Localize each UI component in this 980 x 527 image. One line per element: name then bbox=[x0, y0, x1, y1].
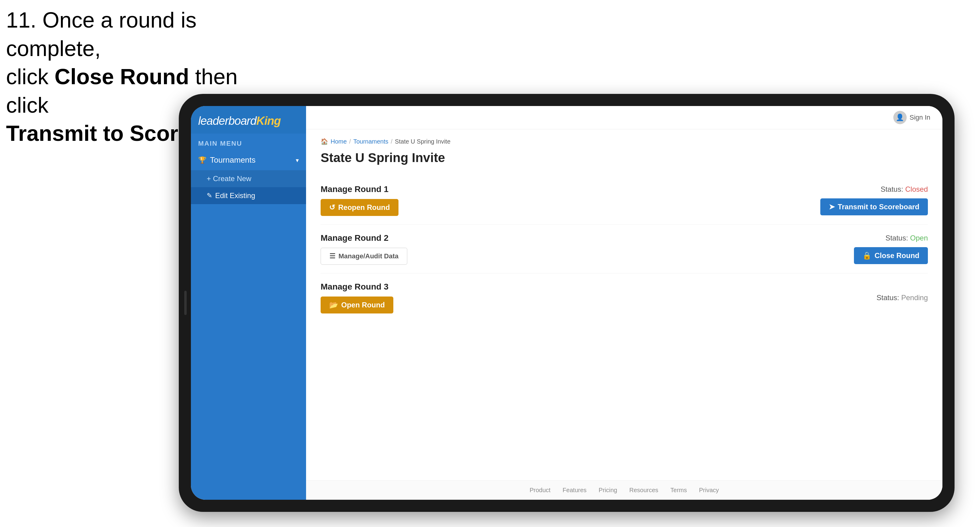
round-3-section: Manage Round 3 📂 Open Round Status: Pend… bbox=[321, 273, 928, 322]
sidebar-item-create-new[interactable]: + Create New bbox=[191, 170, 306, 187]
audit-icon: ☰ bbox=[329, 252, 336, 260]
round-2-status: Status: Open bbox=[885, 234, 928, 242]
breadcrumb: 🏠 Home / Tournaments / State U Spring In… bbox=[321, 138, 928, 145]
sidebar: leaderboardKing MAIN MENU 🏆 Tournaments … bbox=[191, 106, 306, 500]
transmit-icon: ➤ bbox=[829, 203, 835, 211]
close-round-label: Close Round bbox=[875, 251, 920, 260]
reopen-round-label: Reopen Round bbox=[338, 203, 390, 212]
tablet-screen: leaderboardKing MAIN MENU 🏆 Tournaments … bbox=[191, 106, 942, 500]
breadcrumb-sep2: / bbox=[391, 138, 393, 145]
round-2-title: Manage Round 2 bbox=[321, 233, 407, 243]
manage-audit-data-button[interactable]: ☰ Manage/Audit Data bbox=[321, 248, 407, 265]
edit-existing-label: Edit Existing bbox=[215, 191, 255, 200]
footer-pricing[interactable]: Pricing bbox=[599, 487, 617, 494]
logo-leaderboard: leaderboard bbox=[198, 114, 256, 127]
round-3-status-value: Pending bbox=[901, 294, 928, 302]
page-title: State U Spring Invite bbox=[321, 151, 928, 165]
app-header: 👤 Sign In bbox=[306, 106, 942, 129]
round-2-status-value: Open bbox=[910, 234, 928, 242]
logo-king: King bbox=[256, 114, 281, 127]
app-footer: Product Features Pricing Resources Terms… bbox=[306, 480, 942, 500]
round-1-status: Status: Closed bbox=[881, 185, 928, 194]
footer-terms[interactable]: Terms bbox=[670, 487, 687, 494]
footer-resources[interactable]: Resources bbox=[629, 487, 659, 494]
tablet-side-button bbox=[184, 291, 187, 315]
round-2-section: Manage Round 2 ☰ Manage/Audit Data Statu… bbox=[321, 225, 928, 273]
main-menu-label: MAIN MENU bbox=[191, 133, 306, 150]
reopen-icon: ↺ bbox=[329, 203, 335, 212]
sidebar-tournaments-label: Tournaments bbox=[210, 156, 255, 165]
chevron-down-icon: ▾ bbox=[296, 157, 299, 164]
edit-icon: ✎ bbox=[207, 192, 212, 200]
round-2-right: Status: Open 🔒 Close Round bbox=[854, 234, 928, 264]
footer-product[interactable]: Product bbox=[530, 487, 550, 494]
reopen-round-button[interactable]: ↺ Reopen Round bbox=[321, 199, 398, 216]
close-round-button[interactable]: 🔒 Close Round bbox=[854, 247, 928, 264]
trophy-icon: 🏆 bbox=[198, 156, 206, 164]
breadcrumb-current: State U Spring Invite bbox=[395, 138, 450, 145]
main-content: 👤 Sign In 🏠 Home / Tournaments / State U… bbox=[306, 106, 942, 500]
open-round-button[interactable]: 📂 Open Round bbox=[321, 297, 393, 313]
round-1-left: Manage Round 1 ↺ Reopen Round bbox=[321, 184, 398, 216]
transmit-scoreboard-label: Transmit to Scoreboard bbox=[838, 203, 920, 211]
footer-privacy[interactable]: Privacy bbox=[699, 487, 719, 494]
breadcrumb-home-link[interactable]: Home bbox=[331, 138, 347, 145]
footer-features[interactable]: Features bbox=[563, 487, 587, 494]
breadcrumb-sep1: / bbox=[349, 138, 351, 145]
close-round-icon: 🔒 bbox=[862, 251, 872, 260]
round-3-right: Status: Pending bbox=[877, 294, 928, 302]
instruction-close-round-bold: Close Round bbox=[54, 65, 189, 89]
sidebar-logo-area: leaderboardKing bbox=[191, 106, 306, 133]
round-1-status-value: Closed bbox=[905, 185, 928, 193]
page-content-area: 🏠 Home / Tournaments / State U Spring In… bbox=[306, 129, 942, 480]
round-1-title: Manage Round 1 bbox=[321, 184, 398, 194]
sidebar-submenu: + Create New ✎ Edit Existing bbox=[191, 170, 306, 204]
open-round-label: Open Round bbox=[341, 301, 385, 309]
create-new-label: + Create New bbox=[207, 175, 251, 183]
open-round-icon: 📂 bbox=[329, 301, 338, 309]
round-2-left: Manage Round 2 ☰ Manage/Audit Data bbox=[321, 233, 407, 265]
sign-in-label: Sign In bbox=[910, 114, 931, 121]
app-logo: leaderboardKing bbox=[198, 114, 299, 127]
breadcrumb-tournaments-link[interactable]: Tournaments bbox=[353, 138, 388, 145]
sign-in-area[interactable]: 👤 Sign In bbox=[893, 111, 931, 124]
round-3-status: Status: Pending bbox=[877, 294, 928, 302]
instruction-line2-prefix: click bbox=[6, 65, 54, 89]
round-1-section: Manage Round 1 ↺ Reopen Round Status: Cl… bbox=[321, 176, 928, 225]
app-layout: leaderboardKing MAIN MENU 🏆 Tournaments … bbox=[191, 106, 942, 500]
sidebar-item-edit-existing[interactable]: ✎ Edit Existing bbox=[191, 187, 306, 204]
manage-audit-label: Manage/Audit Data bbox=[339, 252, 398, 260]
sidebar-item-tournaments[interactable]: 🏆 Tournaments ▾ bbox=[191, 150, 306, 170]
round-1-right: Status: Closed ➤ Transmit to Scoreboard bbox=[820, 185, 928, 215]
transmit-to-scoreboard-button[interactable]: ➤ Transmit to Scoreboard bbox=[820, 198, 928, 215]
round-3-title: Manage Round 3 bbox=[321, 282, 393, 292]
breadcrumb-home: 🏠 bbox=[321, 138, 328, 145]
user-avatar: 👤 bbox=[893, 111, 907, 124]
round-3-left: Manage Round 3 📂 Open Round bbox=[321, 282, 393, 313]
tablet-device: leaderboardKing MAIN MENU 🏆 Tournaments … bbox=[179, 94, 955, 512]
instruction-line1: 11. Once a round is complete, bbox=[6, 6, 279, 63]
